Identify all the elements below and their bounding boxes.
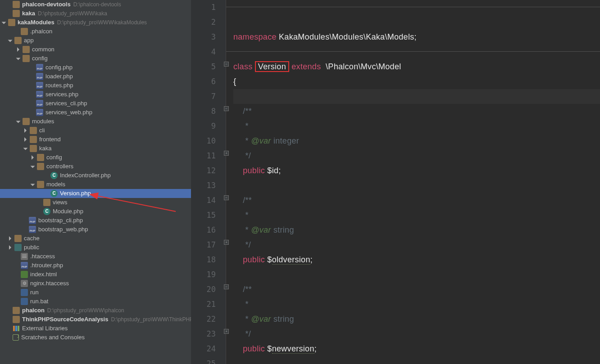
tree-spacer <box>6 2 12 7</box>
line-number: 21 <box>191 297 226 312</box>
tree-item-external-libraries[interactable]: External Libraries <box>0 324 191 333</box>
tree-spacer <box>6 308 12 313</box>
tree-spacer <box>6 11 12 16</box>
chevron-down-icon[interactable] <box>31 164 36 169</box>
tree-item-phalcon[interactable]: phalconD:\phpstudy_pro\WWW\phalcon <box>0 306 191 315</box>
tree-item-services-cli-php[interactable]: services_cli.php <box>0 99 191 108</box>
tree-item-views[interactable]: views <box>0 198 191 207</box>
cfg-icon <box>21 280 28 287</box>
tree-item-label: loader.php <box>45 72 73 81</box>
tree-item-module-php[interactable]: Module.php <box>0 207 191 216</box>
tree-item-config[interactable]: config <box>0 54 191 63</box>
folder-icon <box>30 136 37 143</box>
tree-item-loader-php[interactable]: loader.php <box>0 72 191 81</box>
tree-item-phalcon-devtools[interactable]: phalcon-devtoolsD:\phalcon-devtools <box>0 0 191 9</box>
tree-item-label: public <box>24 243 39 252</box>
php-icon <box>21 262 28 269</box>
chevron-down-icon[interactable] <box>16 119 22 124</box>
code-area[interactable]: namespace KakaModules\Modules\Kaka\Model… <box>226 0 600 364</box>
tree-item-label: routes.php <box>45 81 73 90</box>
chevron-right-icon[interactable] <box>23 137 29 142</box>
tree-spacer <box>44 191 50 196</box>
lib-icon <box>13 325 20 332</box>
code-line: * @var integer <box>233 134 600 148</box>
tree-item-kaka[interactable]: kakaD:\phpstudy_pro\WWW\kaka <box>0 9 191 18</box>
tree-item-label: nginx.htaccess <box>30 279 69 288</box>
tree-item-label: modules <box>32 117 54 126</box>
tree-item-services-php[interactable]: services.php <box>0 90 191 99</box>
tree-item-indexcontroller-php[interactable]: IndexController.php <box>0 171 191 180</box>
tree-item-label: cli <box>39 126 45 135</box>
tree-item-routes-php[interactable]: routes.php <box>0 81 191 90</box>
php-icon <box>36 100 43 107</box>
code-line <box>233 15 600 30</box>
tree-item-run-bat[interactable]: run.bat <box>0 297 191 306</box>
tree-item-controllers[interactable]: controllers <box>0 162 191 171</box>
line-number: 24 <box>191 342 226 356</box>
folder-icon <box>14 235 22 242</box>
tree-item-label: kaka <box>22 9 35 18</box>
tree-item--phalcon[interactable]: .phalcon <box>0 27 191 36</box>
tree-item-label: config <box>46 153 62 162</box>
tree-item-cache[interactable]: cache <box>0 234 191 243</box>
chevron-right-icon[interactable] <box>8 236 14 241</box>
chevron-right-icon[interactable] <box>23 128 29 133</box>
tree-item-label: models <box>46 180 65 189</box>
line-number: 8 <box>191 104 226 119</box>
chevron-down-icon[interactable] <box>2 20 7 25</box>
tree-item-kakamodules[interactable]: kakaModulesD:\phpstudy_pro\WWW\kakaModul… <box>0 18 191 27</box>
folder-icon <box>23 118 30 125</box>
tree-item-version-php[interactable]: Version.php <box>0 189 191 198</box>
tree-item-label: index.html <box>30 270 57 279</box>
chevron-down-icon[interactable] <box>31 182 36 187</box>
tree-item-label: bootstrap_cli.php <box>38 216 83 225</box>
tree-item-path: D:\phpstudy_pro\WWW\kaka <box>38 9 107 18</box>
tree-item-thinkphpsourcecodeanalysis[interactable]: ThinkPHPSourceCodeAnalysisD:\phpstudy_pr… <box>0 315 191 324</box>
tree-item-run[interactable]: run <box>0 288 191 297</box>
folder-icon <box>13 316 20 323</box>
chevron-down-icon[interactable] <box>23 146 29 151</box>
tree-item-models[interactable]: models <box>0 180 191 189</box>
line-number: 2 <box>191 15 226 30</box>
chevron-down-icon[interactable] <box>16 56 22 61</box>
tree-item-index-html[interactable]: index.html <box>0 270 191 279</box>
code-line <box>233 45 600 59</box>
tree-item-services-web-php[interactable]: services_web.php <box>0 108 191 117</box>
code-editor[interactable]: 1234567891011121314151617181920212223242… <box>191 0 600 364</box>
line-number: 7 <box>191 89 226 104</box>
tree-item-modules[interactable]: modules <box>0 117 191 126</box>
tree-item-bootstrap-web-php[interactable]: bootstrap_web.php <box>0 225 191 234</box>
tree-item-label: phalcon-devtools <box>22 0 71 9</box>
tree-item-public[interactable]: public <box>0 243 191 252</box>
tree-item-kaka[interactable]: kaka <box>0 144 191 153</box>
tree-item-config[interactable]: config <box>0 153 191 162</box>
tree-item-nginx-htaccess[interactable]: nginx.htaccess <box>0 279 191 288</box>
tree-item-bootstrap-cli-php[interactable]: bootstrap_cli.php <box>0 216 191 225</box>
code-line: public $oldversion; <box>233 252 600 267</box>
folder-icon <box>30 145 37 152</box>
chevron-right-icon[interactable] <box>8 245 14 250</box>
code-line: /** <box>233 104 600 119</box>
tree-item-label: common <box>32 45 55 54</box>
code-line: * <box>233 208 600 223</box>
folder-icon <box>21 28 28 35</box>
tree-item-frontend[interactable]: frontend <box>0 135 191 144</box>
chevron-right-icon[interactable] <box>31 155 36 160</box>
tree-item-app[interactable]: app <box>0 36 191 45</box>
tree-item-path: D:\phpstudy_pro\WWW\kakaModules <box>57 18 147 27</box>
folder-icon <box>8 19 15 26</box>
tree-item--htaccess[interactable]: .htaccess <box>0 252 191 261</box>
tree-spacer <box>23 218 28 223</box>
tree-item-cli[interactable]: cli <box>0 126 191 135</box>
tree-item-config-php[interactable]: config.php <box>0 63 191 72</box>
chevron-right-icon[interactable] <box>16 47 22 52</box>
tree-item--htrouter-php[interactable]: .htrouter.php <box>0 261 191 270</box>
tree-spacer <box>30 74 35 79</box>
tree-item-common[interactable]: common <box>0 45 191 54</box>
tree-spacer <box>37 200 42 205</box>
tree-item-scratches-and-consoles[interactable]: Scratches and Consoles <box>0 333 191 342</box>
tree-item-label: ThinkPHPSourceCodeAnalysis <box>22 315 108 324</box>
line-number: 5 <box>191 59 226 74</box>
project-tree[interactable]: phalcon-devtoolsD:\phalcon-devtoolskakaD… <box>0 0 191 364</box>
chevron-down-icon[interactable] <box>8 38 14 43</box>
